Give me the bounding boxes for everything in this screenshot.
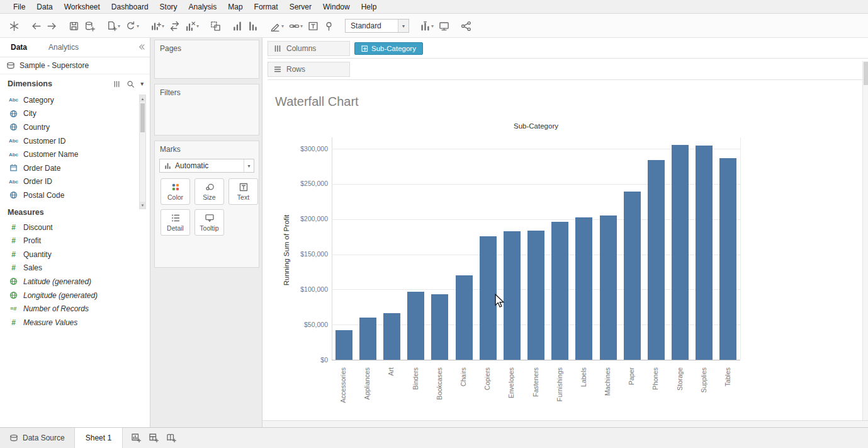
dimensions-scrollbar[interactable]: ▲ ▼: [139, 95, 146, 209]
menu-data[interactable]: Data: [31, 0, 58, 13]
duplicate-sheet-icon[interactable]: ▾: [149, 19, 166, 33]
view-vertical-scrollbar[interactable]: [862, 61, 868, 420]
bar-copiers[interactable]: [480, 236, 497, 360]
bar-appliances[interactable]: [359, 318, 376, 360]
field-longitude-generated[interactable]: Longitude (generated): [0, 289, 150, 302]
redo-icon[interactable]: [45, 19, 59, 33]
field-customer-id[interactable]: AbcCustomer ID: [0, 134, 150, 148]
swap-axes-icon[interactable]: [167, 19, 182, 33]
field-latitude-generated[interactable]: Latitude (generated): [0, 275, 150, 289]
view-columns-icon[interactable]: [113, 80, 121, 88]
bar-accessories[interactable]: [335, 330, 352, 360]
menu-help[interactable]: Help: [356, 0, 383, 13]
text-annotation-icon[interactable]: [306, 19, 320, 33]
tableau-logo-icon[interactable]: [7, 19, 21, 33]
refresh-datasource-icon[interactable]: ▾: [123, 19, 141, 33]
field-sales[interactable]: #Sales: [0, 261, 150, 275]
bar-envelopes[interactable]: [504, 231, 521, 360]
bar-paper[interactable]: [624, 192, 641, 360]
field-number-of-records[interactable]: =#Number of Records: [0, 302, 150, 316]
bar-art[interactable]: [383, 313, 400, 360]
tab-sheet-1[interactable]: Sheet 1: [75, 428, 123, 448]
menu-window[interactable]: Window: [317, 0, 356, 13]
field-customer-name[interactable]: AbcCustomer Name: [0, 147, 150, 161]
menu-file[interactable]: File: [8, 0, 31, 13]
menu-story[interactable]: Story: [154, 0, 183, 13]
presentation-mode-icon[interactable]: [437, 19, 451, 33]
share-icon[interactable]: [459, 19, 473, 33]
bar-chairs[interactable]: [456, 275, 473, 360]
new-dashboard-icon[interactable]: [149, 433, 159, 443]
fit-selector-caret-icon[interactable]: ▾: [398, 20, 409, 32]
undo-icon[interactable]: [29, 19, 43, 33]
scroll-up-icon[interactable]: ▲: [140, 95, 145, 102]
marks-button-color[interactable]: Color: [161, 178, 190, 205]
datasource-row[interactable]: Sample - Superstore: [0, 57, 150, 74]
bar-bookcases[interactable]: [431, 294, 448, 360]
bar-storage[interactable]: [672, 145, 689, 360]
fit-selector[interactable]: Standard▾: [345, 19, 409, 33]
menu-analysis[interactable]: Analysis: [183, 0, 223, 13]
pill-expand-icon[interactable]: [361, 45, 368, 52]
rows-pills[interactable]: [354, 59, 868, 79]
save-icon[interactable]: [67, 19, 81, 33]
bar-labels[interactable]: [575, 217, 592, 360]
menu-server[interactable]: Server: [284, 0, 317, 13]
dropdown-caret-icon[interactable]: ▾: [137, 23, 139, 29]
scroll-down-icon[interactable]: ▼: [140, 202, 145, 209]
field-postal-code[interactable]: Postal Code: [0, 188, 150, 202]
search-icon[interactable]: [127, 80, 135, 88]
bar-tables[interactable]: [719, 158, 736, 360]
mark-type-caret-icon[interactable]: ▾: [244, 159, 254, 172]
mark-type-dropdown[interactable]: Automatic ▾: [159, 159, 254, 173]
dropdown-caret-icon[interactable]: ▾: [118, 23, 120, 29]
show-mark-labels-icon[interactable]: ▾: [418, 19, 436, 33]
menu-dashboard[interactable]: Dashboard: [106, 0, 154, 13]
filters-shelf[interactable]: Filters: [154, 84, 259, 135]
marks-button-tooltip[interactable]: Tooltip: [194, 209, 224, 236]
bar-supplies[interactable]: [696, 146, 713, 360]
add-datasource-icon[interactable]: [82, 19, 97, 33]
field-discount[interactable]: #Discount: [0, 221, 150, 234]
view-scrollbar-thumb[interactable]: [864, 62, 868, 85]
bar-binders[interactable]: [407, 292, 424, 360]
marks-button-text[interactable]: Text: [228, 178, 258, 205]
collapse-pane-icon[interactable]: [138, 43, 145, 50]
view-horizontal-scrollbar[interactable]: [262, 420, 868, 427]
scrollbar-thumb[interactable]: [140, 103, 145, 132]
tab-data[interactable]: Data: [0, 43, 38, 52]
columns-shelf[interactable]: Columns Sub-Category: [268, 39, 868, 59]
bar-furnishings[interactable]: [551, 222, 568, 360]
dropdown-caret-icon[interactable]: ▾: [196, 23, 199, 29]
new-worksheet-icon[interactable]: [131, 433, 141, 443]
tab-data-source[interactable]: Data Source: [0, 428, 75, 448]
field-measure-values[interactable]: #Measure Values: [0, 316, 150, 330]
sort-descending-icon[interactable]: [246, 19, 261, 33]
tab-analytics[interactable]: Analytics: [38, 43, 89, 52]
menu-map[interactable]: Map: [222, 0, 248, 13]
field-order-date[interactable]: Order Date: [0, 161, 150, 175]
columns-pills[interactable]: Sub-Category: [354, 39, 868, 58]
new-worksheet-icon[interactable]: ▾: [104, 19, 122, 33]
hyperlink-icon[interactable]: ▾: [287, 19, 305, 33]
marks-button-size[interactable]: Size: [194, 178, 224, 205]
clear-sheet-icon[interactable]: ▾: [183, 19, 201, 33]
rows-shelf[interactable]: Rows: [268, 59, 868, 80]
field-profit[interactable]: #Profit: [0, 234, 150, 248]
sort-ascending-icon[interactable]: [230, 19, 245, 33]
field-category[interactable]: AbcCategory: [0, 93, 150, 107]
bar-fasteners[interactable]: [527, 231, 544, 360]
pill-sub-category[interactable]: Sub-Category: [354, 42, 423, 55]
menu-worksheet[interactable]: Worksheet: [59, 0, 106, 13]
dropdown-caret-icon[interactable]: ▾: [300, 23, 303, 29]
field-order-id[interactable]: AbcOrder ID: [0, 175, 150, 189]
group-members-icon[interactable]: [208, 19, 223, 33]
field-quantity[interactable]: #Quantity: [0, 248, 150, 261]
marks-button-detail[interactable]: Detail: [161, 209, 190, 236]
bar-phones[interactable]: [648, 160, 665, 360]
dropdown-caret-icon[interactable]: ▾: [281, 23, 284, 29]
dropdown-caret-icon[interactable]: ▾: [431, 23, 434, 29]
pages-shelf[interactable]: Pages: [154, 40, 259, 79]
new-story-icon[interactable]: [166, 433, 176, 443]
dropdown-caret-icon[interactable]: ▾: [162, 23, 164, 29]
